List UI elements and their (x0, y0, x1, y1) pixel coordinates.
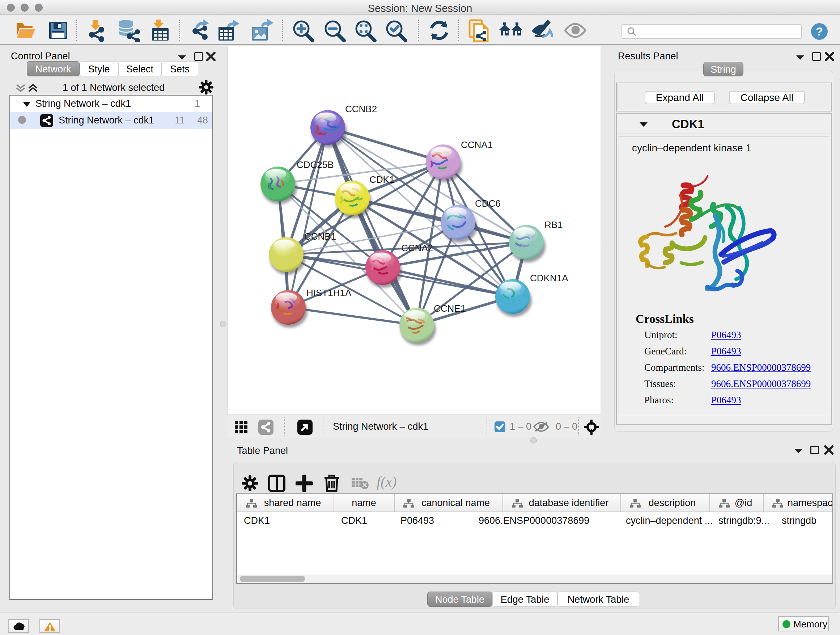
svg-text:CCNB1: CCNB1 (304, 231, 336, 242)
svg-text:CDC25B: CDC25B (297, 159, 334, 170)
svg-text:CDKN1A: CDKN1A (530, 272, 568, 283)
svg-text:CCNA1: CCNA1 (461, 139, 493, 150)
svg-text:CCNB2: CCNB2 (345, 103, 377, 114)
svg-text:CDK1: CDK1 (369, 174, 394, 185)
svg-text:CCNE1: CCNE1 (434, 303, 466, 314)
svg-text:RB1: RB1 (545, 219, 563, 230)
svg-text:CDC6: CDC6 (475, 198, 501, 209)
svg-text:CCNA2: CCNA2 (401, 242, 433, 253)
svg-text:HIST1H1A: HIST1H1A (306, 287, 352, 298)
